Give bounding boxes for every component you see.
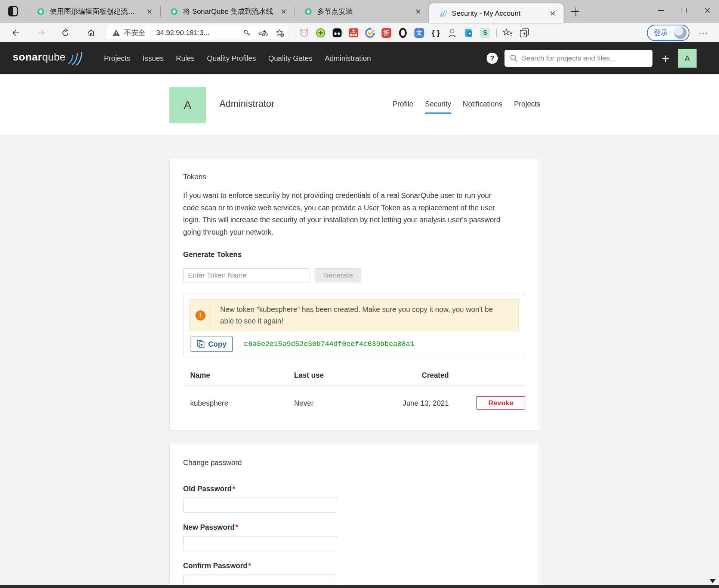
search-input[interactable] xyxy=(522,54,647,62)
token-created: June 13, 2021 xyxy=(389,399,449,408)
extension-check-task-icon[interactable] xyxy=(362,25,378,40)
extension-person-icon[interactable] xyxy=(444,25,460,40)
password-key-button[interactable] xyxy=(243,29,251,37)
extensions-row: 折 文 { } S xyxy=(296,25,533,40)
not-secure-label: 不安全 xyxy=(124,28,145,38)
tab-profile[interactable]: Profile xyxy=(393,100,413,114)
tab-close-icon[interactable] xyxy=(145,7,154,16)
extension-sitemap-icon[interactable] xyxy=(345,25,362,40)
collections-button[interactable] xyxy=(516,25,533,40)
extension-zhe-coupon-icon[interactable]: 折 xyxy=(378,25,395,40)
tokens-title: Tokens xyxy=(183,173,525,181)
navbar-plus-button[interactable]: + xyxy=(659,52,672,65)
browser-tab-1[interactable]: 使用图形编辑面板创建流水线 xyxy=(27,0,160,23)
token-name-input[interactable] xyxy=(183,268,309,282)
signin-button[interactable]: 登录 xyxy=(647,25,689,41)
help-button[interactable]: ? xyxy=(487,53,498,64)
new-token-panel: ! New token "kubesphere" has been create… xyxy=(183,294,525,357)
alert-text: New token "kubesphere" has been created.… xyxy=(211,300,510,331)
nav-item-issues[interactable]: Issues xyxy=(143,54,164,63)
zhe-glyph: 折 xyxy=(382,28,391,38)
new-password-field[interactable] xyxy=(183,536,337,551)
account-avatar: A xyxy=(169,87,206,123)
key-icon xyxy=(243,29,251,37)
tab-close-icon[interactable] xyxy=(279,7,288,16)
token-created-alert: ! New token "kubesphere" has been create… xyxy=(189,299,519,331)
clipboard-icon xyxy=(197,340,204,348)
token-last-use: Never xyxy=(294,399,389,408)
close-icon xyxy=(704,7,710,13)
translate-button[interactable]: aあ xyxy=(258,29,268,37)
nav-item-quality-gates[interactable]: Quality Gates xyxy=(268,54,312,63)
token-value: c6a6e2e15a9d52e30b744df0eef4c639bbea88a1 xyxy=(244,340,414,348)
back-button[interactable] xyxy=(9,25,24,40)
extension-dark-mode-icon[interactable] xyxy=(329,25,345,40)
extension-s-icon[interactable]: S xyxy=(477,25,493,40)
tokens-card: Tokens If you want to enforce security b… xyxy=(169,159,539,431)
tab-projects[interactable]: Projects xyxy=(514,100,540,114)
tab-security[interactable]: Security xyxy=(425,100,451,114)
extension-eye-care-icon[interactable] xyxy=(312,25,329,40)
browser-tab-2[interactable]: 将 SonarQube 集成到流水线 xyxy=(160,0,294,23)
new-password-label: New Password* xyxy=(183,523,525,532)
tab-actions-icon xyxy=(8,6,18,16)
generate-button[interactable]: Generate xyxy=(315,268,361,282)
logo-sonar-text: sonar xyxy=(13,51,42,63)
extension-json-braces-icon[interactable]: { } xyxy=(428,25,444,40)
copy-button[interactable]: Copy xyxy=(191,337,233,352)
extension-cat-icon[interactable] xyxy=(296,25,312,40)
extension-translate-icon[interactable]: 文 xyxy=(411,25,428,40)
window-minimize-button[interactable] xyxy=(649,0,673,21)
kubesphere-favicon xyxy=(170,7,178,16)
sonarqube-swoosh-icon xyxy=(67,51,83,65)
tab-close-icon[interactable] xyxy=(548,9,558,18)
required-asterisk: * xyxy=(232,485,235,493)
nav-item-projects[interactable]: Projects xyxy=(104,54,130,63)
old-password-field[interactable] xyxy=(183,498,337,513)
scroll-down-arrow-icon[interactable] xyxy=(710,579,716,583)
navbar-user-avatar[interactable]: A xyxy=(678,49,697,68)
window-maximize-button[interactable] xyxy=(673,0,696,21)
profile-avatar xyxy=(674,27,687,39)
token-row: kubesphere Never June 13, 2021 Revoke xyxy=(183,386,525,410)
nav-item-quality-profiles[interactable]: Quality Profiles xyxy=(207,54,256,63)
refresh-button[interactable] xyxy=(58,25,73,40)
window-close-button[interactable] xyxy=(696,0,719,21)
copy-token-row: Copy c6a6e2e15a9d52e30b744df0eef4c639bbe… xyxy=(189,337,519,352)
sonarqube-logo[interactable]: sonarqube xyxy=(13,51,83,65)
favorites-star-icon xyxy=(503,28,513,37)
tab-title: Security - My Account xyxy=(452,9,544,18)
extension-ring-icon[interactable] xyxy=(395,25,411,40)
add-favorite-button[interactable] xyxy=(276,29,284,37)
copy-label: Copy xyxy=(208,340,226,349)
browser-settings-button[interactable]: ··· xyxy=(696,25,711,40)
required-asterisk: * xyxy=(248,561,251,570)
new-tab-button[interactable] xyxy=(570,6,581,18)
tab-close-icon[interactable] xyxy=(413,7,423,16)
tokens-table-header: Name Last use Created xyxy=(183,371,525,386)
favorites-hub-button[interactable] xyxy=(500,25,516,40)
maximize-icon xyxy=(682,8,687,13)
global-search-box[interactable] xyxy=(504,50,652,67)
tab-actions-menu-button[interactable] xyxy=(8,6,19,17)
logo-qube-text: qube xyxy=(42,51,65,63)
wen-glyph: 文 xyxy=(414,28,424,38)
home-button[interactable] xyxy=(84,25,99,40)
nav-item-rules[interactable]: Rules xyxy=(176,54,195,63)
forward-button[interactable] xyxy=(34,25,49,40)
tab-notifications[interactable]: Notifications xyxy=(463,100,502,114)
extension-share-page-icon[interactable] xyxy=(460,25,477,40)
browser-tab-3[interactable]: 多节点安装 xyxy=(294,0,429,23)
browser-tab-active[interactable]: Security - My Account xyxy=(429,3,564,23)
kubesphere-favicon xyxy=(37,7,45,16)
address-bar[interactable]: 不安全 34.92.90.181:3... aあ xyxy=(106,26,289,40)
nav-item-administration[interactable]: Administration xyxy=(325,54,371,63)
required-asterisk: * xyxy=(235,523,238,531)
window-bottom-edge xyxy=(0,585,719,588)
back-icon xyxy=(12,28,21,37)
col-created: Created xyxy=(389,371,449,380)
browser-tab-bar: 使用图形编辑面板创建流水线 将 SonarQube 集成到流水线 多节点安装 S… xyxy=(0,0,719,23)
revoke-button[interactable]: Revoke xyxy=(476,396,525,410)
star-plus-icon xyxy=(276,29,284,37)
minimize-icon xyxy=(658,10,664,11)
